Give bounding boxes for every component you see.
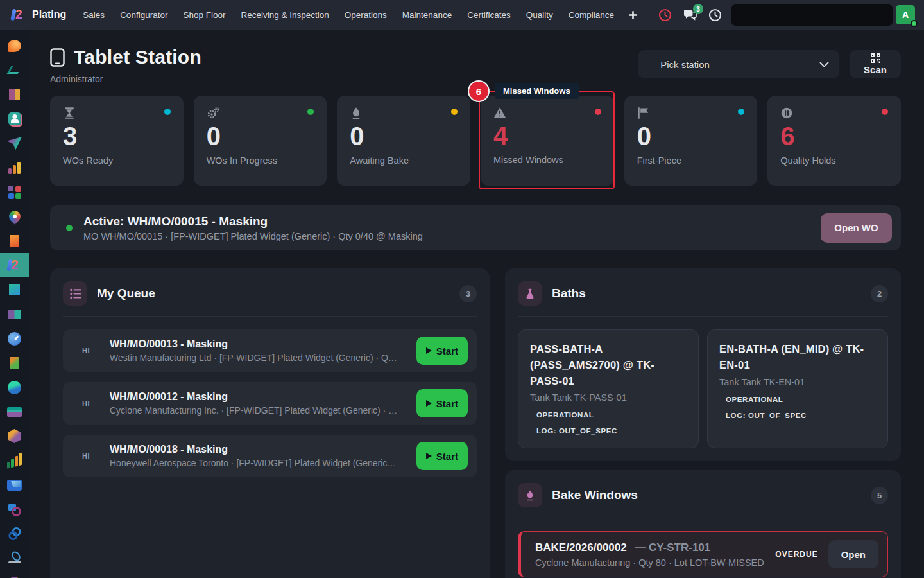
sidebar-app-recruitment[interactable]: [0, 497, 29, 521]
sidebar-app-presentation[interactable]: [0, 473, 29, 497]
sidebar-app-calendar[interactable]: 31: [0, 82, 29, 107]
open-wo-button[interactable]: Open WO: [821, 213, 892, 243]
sidebar-app-plating-active[interactable]: 2: [0, 253, 29, 277]
plating-logo-icon: 2: [10, 7, 26, 23]
sidebar-app-reporting[interactable]: [0, 155, 29, 180]
inventory-hexagon-icon: [8, 429, 21, 443]
subscriptions-icon: [7, 407, 22, 417]
qr-code-icon: [871, 53, 880, 63]
kpi-missed-windows[interactable]: 6 Missed Windows 4 Missed Windows: [481, 96, 614, 186]
discuss-icon: [8, 40, 21, 52]
bath-title: PASS-BATH-A (PASS_AMS2700) @ TK-PASS-01: [530, 341, 687, 389]
start-button[interactable]: Start: [416, 442, 468, 470]
sidebar-app-time-off[interactable]: [0, 326, 29, 351]
bake-windows-count-badge: 5: [871, 487, 888, 504]
sidebar-app-website[interactable]: [0, 375, 29, 399]
calendar-icon: 31: [9, 89, 21, 100]
sidebar-app-notes[interactable]: [0, 58, 29, 82]
app-brand[interactable]: 2 Plating: [10, 7, 66, 23]
annotation-tooltip: Missed Windows: [495, 83, 579, 99]
flag-icon: [637, 107, 649, 119]
sidebar-app-more[interactable]: [0, 570, 29, 578]
station-picker-value: — Pick station —: [648, 59, 722, 70]
percent-icon: %: [9, 284, 19, 295]
scan-label: Scan: [864, 64, 887, 75]
crm-icon: [7, 137, 22, 150]
queue-row[interactable]: HI WH/MO/00013 - Masking Westin Manufact…: [63, 329, 477, 372]
kpi-awaiting-bake[interactable]: 0 Awaiting Bake: [337, 96, 470, 186]
wo-subtitle: Cyclone Manufacturing Inc. · [FP-WIDGET]…: [110, 405, 409, 416]
map-pin-icon: [6, 208, 22, 224]
kpi-first-piece[interactable]: 0 First-Piece: [624, 96, 758, 186]
nav-shop-floor[interactable]: Shop Floor: [175, 6, 233, 24]
kpi-wos-ready[interactable]: 3 WOs Ready: [50, 96, 184, 186]
activity-clock-icon[interactable]: [658, 8, 672, 22]
queue-row[interactable]: HI WH/MO/00018 - Masking Honeywell Aeros…: [63, 435, 477, 477]
nav-operations[interactable]: Operations: [337, 6, 395, 24]
sidebar-app-apps[interactable]: [0, 180, 29, 204]
nav-sales[interactable]: Sales: [75, 6, 112, 24]
kpi-wos-in-progress[interactable]: 0 WOs In Progress: [194, 96, 327, 186]
kpi-value: 0: [350, 122, 458, 150]
sidebar-app-sign[interactable]: [0, 546, 29, 570]
nav-certificates[interactable]: Certificates: [459, 6, 518, 24]
baths-panel: Baths 2 PASS-BATH-A (PASS_AMS2700) @ TK-…: [505, 268, 901, 461]
bath-card[interactable]: EN-BATH-A (EN_MID) @ TK-EN-01 Tank Tank …: [707, 329, 888, 448]
bake-windows-title: Bake Windows: [552, 488, 638, 502]
sidebar-app-discuss[interactable]: [0, 33, 29, 58]
bath-card[interactable]: PASS-BATH-A (PASS_AMS2700) @ TK-PASS-01 …: [518, 329, 699, 448]
sidebar-app-maps[interactable]: [0, 204, 29, 229]
kpi-label: WOs Ready: [63, 155, 171, 166]
sidebar-app-integrations[interactable]: [0, 521, 29, 546]
wo-title: WH/MO/00012 - Masking: [110, 391, 409, 403]
my-queue-count-badge: 3: [459, 285, 477, 302]
sidebar-app-contacts[interactable]: [0, 107, 29, 131]
my-queue-title: My Queue: [97, 286, 155, 301]
sidebar-app-crm[interactable]: [0, 131, 29, 155]
messages-icon[interactable]: 3: [683, 8, 697, 21]
scan-button[interactable]: Scan: [850, 50, 901, 78]
nav-maintenance[interactable]: Maintenance: [395, 6, 459, 24]
sidebar-app-todo[interactable]: ✓✓: [0, 302, 29, 326]
start-button[interactable]: Start: [416, 337, 468, 365]
recruitment-search-icon: [8, 502, 22, 516]
page-title: Tablet Station: [74, 46, 201, 68]
nav-compliance[interactable]: Compliance: [561, 6, 622, 24]
pos-icon: C: [10, 235, 19, 247]
start-button[interactable]: Start: [416, 389, 468, 417]
sidebar-app-manufacturing[interactable]: [0, 448, 29, 473]
bath-tank: Tank Tank TK-PASS-01: [530, 392, 687, 403]
play-icon: [426, 347, 432, 354]
nav-configurator[interactable]: Configurator: [112, 6, 175, 24]
user-avatar[interactable]: A: [896, 5, 915, 24]
bath-log: LOG: OUT_OF_SPEC: [726, 412, 876, 419]
queue-row[interactable]: HI WH/MO/00012 - Masking Cyclone Manufac…: [63, 382, 477, 425]
nav-quality[interactable]: Quality: [518, 6, 561, 24]
notes-icon: [7, 66, 22, 74]
queue-list-icon: [63, 281, 87, 306]
sidebar-app-discounts[interactable]: %: [0, 277, 29, 302]
main-menu: Sales Configurator Shop Floor Receiving …: [75, 6, 622, 24]
my-queue-panel: My Queue 3 HI WH/MO/00013 - Masking West…: [50, 268, 490, 578]
wo-title: WH/MO/00018 - Masking: [110, 444, 409, 455]
presentation-icon: [7, 480, 22, 491]
kpi-value: 3: [63, 122, 171, 150]
bake-window-row[interactable]: BAKE/2026/00002 — CY-STR-101 Cyclone Man…: [518, 531, 888, 577]
priority-badge: HI: [82, 347, 90, 355]
reporting-icon: [8, 162, 21, 174]
signature-icon: [8, 554, 21, 563]
sidebar-app-surveys[interactable]: S: [0, 351, 29, 375]
kpi-label: WOs In Progress: [207, 155, 314, 166]
open-bake-button[interactable]: Open: [828, 540, 878, 568]
main-content: Tablet Station Administrator — Pick stat…: [29, 30, 924, 578]
sidebar-app-inventory[interactable]: [0, 424, 29, 448]
sidebar-app-subscriptions[interactable]: [0, 399, 29, 424]
history-clock-icon[interactable]: [708, 8, 722, 22]
droplet-icon: [350, 107, 363, 119]
station-picker-select[interactable]: — Pick station —: [638, 50, 839, 78]
sidebar-app-pos[interactable]: C: [0, 229, 29, 253]
search-input[interactable]: [731, 4, 893, 26]
plus-icon[interactable]: [628, 10, 638, 20]
nav-receiving-inspection[interactable]: Receiving & Inspection: [233, 6, 336, 24]
kpi-quality-holds[interactable]: 6 Quality Holds: [767, 96, 901, 186]
